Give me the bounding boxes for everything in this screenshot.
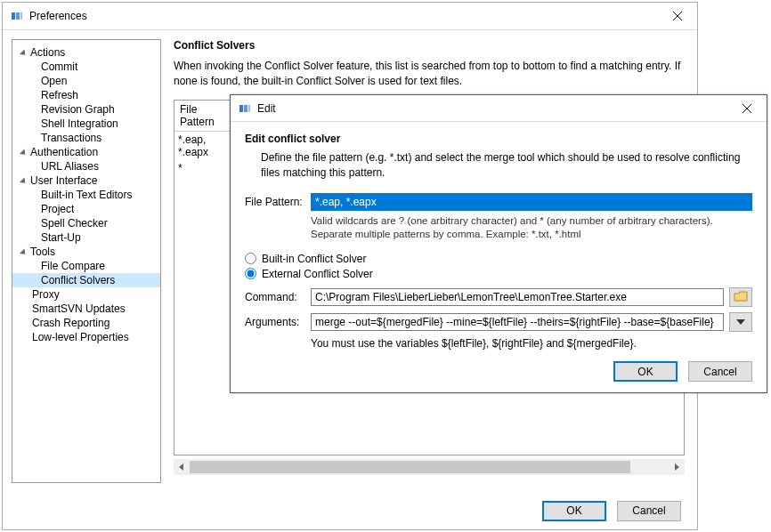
cell-pattern: * bbox=[174, 160, 237, 176]
svg-marker-12 bbox=[736, 319, 745, 325]
col-file-pattern[interactable]: File Pattern bbox=[174, 101, 237, 131]
edit-titlebar[interactable]: Edit bbox=[231, 95, 767, 122]
sidebar-item-shell-integration[interactable]: Shell Integration bbox=[12, 117, 160, 131]
scroll-thumb[interactable] bbox=[190, 461, 630, 473]
browse-button[interactable] bbox=[729, 287, 752, 307]
edit-title: Edit bbox=[257, 102, 726, 115]
radio-external-row[interactable]: External Conflict Solver bbox=[245, 268, 752, 280]
preferences-title: Preferences bbox=[29, 10, 657, 22]
edit-footer: OK Cancel bbox=[613, 361, 752, 382]
content-description: When invoking the Conflict Solver featur… bbox=[174, 59, 685, 89]
preferences-footer: OK Cancel bbox=[3, 492, 697, 529]
cell-pattern: *.eap, *.eapx bbox=[174, 132, 237, 160]
arguments-dropdown-button[interactable] bbox=[729, 312, 752, 332]
sidebar-cat-authentication[interactable]: Authentication bbox=[12, 145, 160, 159]
svg-rect-1 bbox=[16, 12, 20, 20]
ok-button[interactable]: OK bbox=[613, 361, 678, 382]
file-pattern-row: File Pattern: bbox=[245, 193, 752, 211]
sidebar-item-revision-graph[interactable]: Revision Graph bbox=[12, 102, 160, 117]
sidebar-item-open[interactable]: Open bbox=[12, 74, 160, 88]
command-label: Command: bbox=[245, 291, 311, 303]
sidebar-tree: Actions Commit Open Refresh Revision Gra… bbox=[12, 45, 160, 344]
sidebar-item-crash-reporting[interactable]: Crash Reporting bbox=[12, 316, 160, 330]
app-icon bbox=[238, 101, 252, 116]
sidebar: Actions Commit Open Refresh Revision Gra… bbox=[12, 39, 161, 483]
sidebar-cat-tools[interactable]: Tools bbox=[12, 245, 160, 259]
file-pattern-input[interactable] bbox=[311, 193, 752, 211]
sidebar-item-spell-checker[interactable]: Spell Checker bbox=[12, 216, 160, 230]
command-input[interactable] bbox=[311, 288, 724, 306]
scroll-right-icon[interactable] bbox=[669, 459, 685, 475]
sidebar-item-file-compare[interactable]: File Compare bbox=[12, 259, 160, 273]
radio-external[interactable] bbox=[245, 268, 256, 279]
file-pattern-hint: Valid wildcards are ? (one arbitrary cha… bbox=[245, 214, 752, 242]
radio-builtin-row[interactable]: Built-in Conflict Solver bbox=[245, 253, 752, 265]
svg-marker-5 bbox=[179, 463, 183, 471]
scroll-left-icon[interactable] bbox=[174, 459, 190, 475]
sidebar-cat-actions[interactable]: Actions bbox=[12, 45, 160, 60]
chevron-down-icon bbox=[736, 319, 745, 325]
sidebar-item-transactions[interactable]: Transactions bbox=[12, 131, 160, 145]
arguments-row: Arguments: bbox=[245, 312, 752, 332]
app-icon bbox=[10, 9, 24, 23]
sidebar-item-low-level-properties[interactable]: Low-level Properties bbox=[12, 330, 160, 344]
sidebar-item-builtin-text-editors[interactable]: Built-in Text Editors bbox=[12, 188, 160, 202]
folder-icon bbox=[734, 291, 748, 302]
radio-builtin[interactable] bbox=[245, 253, 256, 264]
sidebar-item-project[interactable]: Project bbox=[12, 202, 160, 216]
radio-builtin-label: Built-in Conflict Solver bbox=[262, 253, 366, 265]
close-icon[interactable] bbox=[726, 95, 767, 122]
variables-note: You must use the variables ${leftFile}, … bbox=[245, 337, 752, 350]
preferences-titlebar[interactable]: Preferences bbox=[3, 3, 697, 29]
svg-marker-6 bbox=[675, 463, 679, 471]
cancel-button[interactable]: Cancel bbox=[617, 501, 681, 521]
sidebar-item-smartsvn-updates[interactable]: SmartSVN Updates bbox=[12, 302, 160, 316]
ok-button[interactable]: OK bbox=[542, 501, 606, 521]
edit-description: Define the file pattern (e.g. *.txt) and… bbox=[245, 150, 752, 181]
edit-body: Edit conflict solver Define the file pat… bbox=[231, 122, 767, 392]
cancel-button[interactable]: Cancel bbox=[688, 361, 752, 382]
scroll-track[interactable] bbox=[190, 461, 669, 473]
file-pattern-label: File Pattern: bbox=[245, 196, 311, 208]
arguments-label: Arguments: bbox=[245, 316, 311, 328]
edit-heading: Edit conflict solver bbox=[245, 133, 752, 145]
edit-dialog: Edit Edit conflict solver Define the fil… bbox=[230, 94, 767, 393]
svg-rect-9 bbox=[248, 105, 250, 112]
sidebar-item-url-aliases[interactable]: URL Aliases bbox=[12, 159, 160, 173]
command-row: Command: bbox=[245, 287, 752, 307]
radio-external-label: External Conflict Solver bbox=[262, 268, 373, 280]
svg-rect-0 bbox=[12, 12, 15, 20]
arguments-input[interactable] bbox=[311, 313, 724, 331]
sidebar-item-proxy[interactable]: Proxy bbox=[12, 287, 160, 302]
sidebar-item-conflict-solvers[interactable]: Conflict Solvers bbox=[12, 273, 160, 287]
svg-rect-7 bbox=[239, 105, 243, 112]
sidebar-item-commit[interactable]: Commit bbox=[12, 60, 160, 74]
svg-rect-2 bbox=[20, 12, 22, 20]
sidebar-item-start-up[interactable]: Start-Up bbox=[12, 230, 160, 245]
sidebar-cat-user-interface[interactable]: User Interface bbox=[12, 173, 160, 188]
close-icon[interactable] bbox=[657, 3, 697, 29]
svg-rect-8 bbox=[244, 105, 248, 112]
horizontal-scrollbar[interactable] bbox=[174, 459, 685, 475]
sidebar-item-refresh[interactable]: Refresh bbox=[12, 88, 160, 102]
content-heading: Conflict Solvers bbox=[174, 39, 685, 52]
